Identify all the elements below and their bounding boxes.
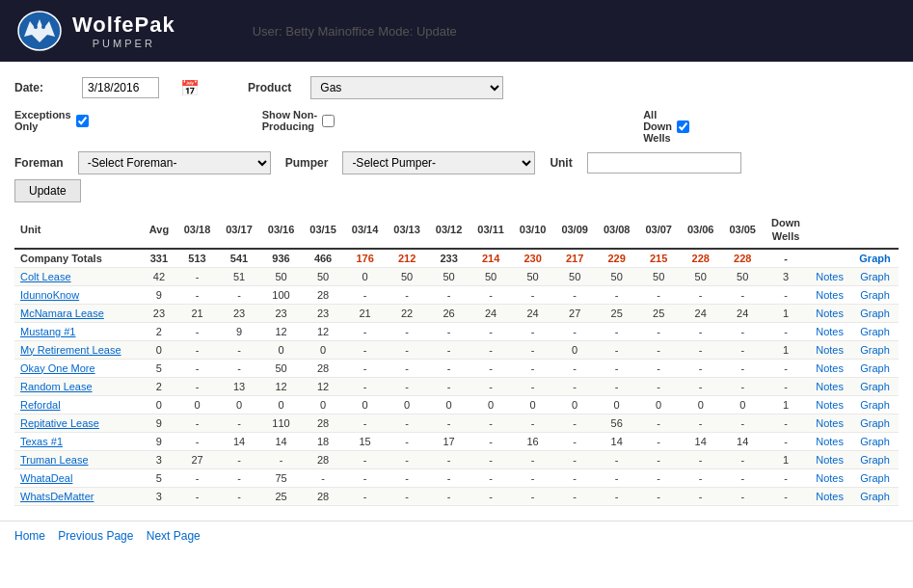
notes-link[interactable]: Notes [816,362,844,374]
cell-notes[interactable]: Notes [808,304,851,322]
cell-unit[interactable]: Okay One More [14,359,142,377]
cell-unit[interactable]: Mustang #1 [14,322,142,340]
cell-graph[interactable]: Graph [851,340,899,359]
cell-unit[interactable]: Colt Lease [14,267,142,285]
show-non-producing-checkbox[interactable] [322,115,335,127]
graph-link[interactable]: Graph [860,271,890,282]
notes-link[interactable]: Notes [816,454,844,466]
graph-link[interactable]: Graph [860,417,890,429]
cell-unit[interactable]: Random Lease [14,377,142,395]
cell-notes[interactable]: Notes [808,468,851,487]
cell-d17: - [218,340,260,359]
cell-d09: - [553,450,596,468]
calendar-icon[interactable]: 📅 [180,79,200,97]
cell-unit[interactable]: Refordal [14,395,142,414]
notes-link[interactable]: Notes [816,381,844,392]
notes-link[interactable]: Notes [816,307,844,319]
cell-d14: - [344,450,387,468]
cell-notes[interactable]: Notes [808,322,851,340]
cell-unit[interactable]: Repitative Lease [14,414,142,432]
cell-d17: 541 [218,249,260,268]
notes-link[interactable]: Notes [816,271,844,282]
update-button[interactable]: Update [14,179,81,202]
home-link[interactable]: Home [14,529,45,543]
cell-d14: - [344,377,387,395]
cell-notes[interactable]: Notes [808,414,851,432]
exceptions-only-checkbox[interactable] [76,115,89,127]
cell-graph[interactable]: Graph [851,285,899,304]
graph-link[interactable]: Graph [860,381,890,392]
graph-link[interactable]: Graph [860,472,890,484]
graph-link[interactable]: Graph [860,326,890,337]
cell-notes[interactable]: Notes [808,432,851,450]
product-select[interactable]: Gas Oil Water [310,76,503,99]
cell-notes[interactable]: Notes [808,487,851,505]
cell-unit[interactable]: WhatsDeMatter [14,487,142,505]
notes-link[interactable]: Notes [816,417,844,429]
cell-down_wells: 3 [764,267,808,285]
pumper-select[interactable]: -Select Pumper- [342,151,535,174]
date-label: Date: [14,81,63,94]
graph-link[interactable]: Graph [860,344,890,356]
graph-link[interactable]: Graph [859,253,890,264]
graph-link[interactable]: Graph [860,399,890,411]
cell-notes[interactable]: Notes [808,267,851,285]
foreman-select[interactable]: -Select Foreman- [78,151,271,174]
cell-unit[interactable]: Texas #1 [14,432,142,450]
cell-graph[interactable]: Graph [851,322,899,340]
cell-graph[interactable]: Graph [851,249,899,268]
cell-notes[interactable]: Notes [808,285,851,304]
cell-graph[interactable]: Graph [851,432,899,450]
cell-graph[interactable]: Graph [851,468,899,487]
cell-notes[interactable]: Notes [808,395,851,414]
cell-unit[interactable]: McNamara Lease [14,304,142,322]
cell-d13: 50 [386,267,428,285]
cell-notes[interactable]: Notes [808,359,851,377]
all-down-wells-checkbox[interactable] [677,120,689,133]
cell-notes[interactable]: Notes [808,340,851,359]
cell-graph[interactable]: Graph [851,395,899,414]
cell-d07: 215 [637,249,680,268]
date-input[interactable] [82,77,159,98]
cell-d07: 25 [637,304,680,322]
cell-unit[interactable]: My Retirement Lease [14,340,142,359]
graph-link[interactable]: Graph [860,491,890,502]
cell-graph[interactable]: Graph [851,377,899,395]
notes-link[interactable]: Notes [816,491,844,502]
cell-d15: 28 [302,359,344,377]
next-page-link[interactable]: Next Page [147,529,201,543]
cell-d11: 50 [470,267,512,285]
cell-unit[interactable]: Truman Lease [14,450,142,468]
cell-notes[interactable]: Notes [808,450,851,468]
cell-d08: 0 [596,395,638,414]
cell-d11: - [470,377,512,395]
notes-link[interactable]: Notes [816,344,844,356]
cell-unit[interactable]: IdunnoKnow [14,285,142,304]
notes-link[interactable]: Notes [816,472,844,484]
cell-graph[interactable]: Graph [851,450,899,468]
cell-d18: - [176,359,219,377]
graph-link[interactable]: Graph [860,436,890,447]
cell-graph[interactable]: Graph [851,487,899,505]
cell-graph[interactable]: Graph [851,414,899,432]
graph-link[interactable]: Graph [860,289,890,301]
cell-d17: 51 [218,267,260,285]
cell-notes[interactable]: Notes [808,377,851,395]
cell-d16: 23 [260,304,303,322]
cell-avg: 42 [142,267,176,285]
graph-link[interactable]: Graph [860,307,890,319]
table-row: Repitative Lease9--11028------56----Note… [14,414,899,432]
cell-unit[interactable]: WhataDeal [14,468,142,487]
cell-graph[interactable]: Graph [851,304,899,322]
notes-link[interactable]: Notes [816,436,844,447]
prev-page-link[interactable]: Previous Page [58,529,133,543]
cell-d18: 27 [176,450,219,468]
cell-graph[interactable]: Graph [851,267,899,285]
notes-link[interactable]: Notes [816,326,844,337]
graph-link[interactable]: Graph [860,362,890,374]
notes-link[interactable]: Notes [816,399,844,411]
graph-link[interactable]: Graph [860,454,890,466]
unit-input[interactable] [587,152,741,174]
cell-graph[interactable]: Graph [851,359,899,377]
notes-link[interactable]: Notes [816,289,844,301]
